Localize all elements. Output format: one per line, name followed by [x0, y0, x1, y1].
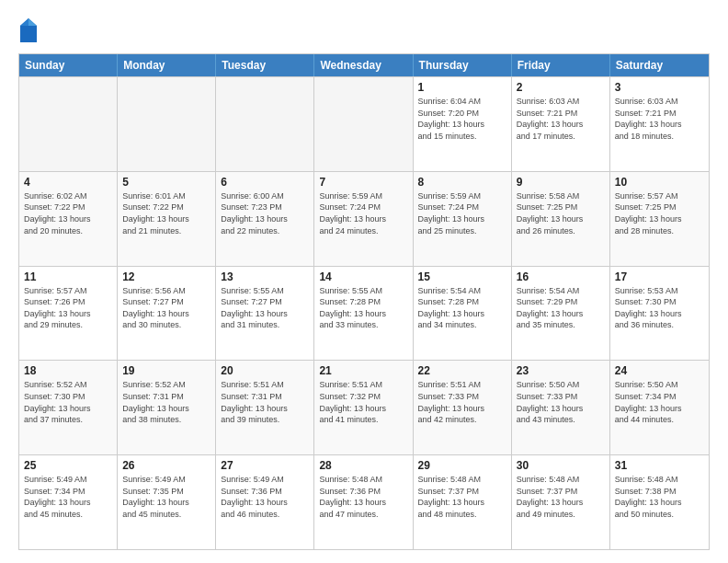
day-info: Sunrise: 5:54 AM Sunset: 7:29 PM Dayligh… — [517, 285, 605, 331]
day-cell-16: 16Sunrise: 5:54 AM Sunset: 7:29 PM Dayli… — [512, 267, 610, 361]
day-info: Sunrise: 5:58 AM Sunset: 7:25 PM Dayligh… — [517, 190, 605, 236]
svg-marker-1 — [28, 18, 37, 26]
day-cell-10: 10Sunrise: 5:57 AM Sunset: 7:25 PM Dayli… — [610, 172, 709, 266]
page: SundayMondayTuesdayWednesdayThursdayFrid… — [0, 0, 728, 563]
day-info: Sunrise: 5:52 AM Sunset: 7:30 PM Dayligh… — [24, 379, 112, 425]
day-cell-3: 3Sunrise: 6:03 AM Sunset: 7:21 PM Daylig… — [610, 77, 709, 171]
day-cell-23: 23Sunrise: 5:50 AM Sunset: 7:33 PM Dayli… — [512, 361, 610, 454]
day-cell-18: 18Sunrise: 5:52 AM Sunset: 7:30 PM Dayli… — [19, 361, 118, 454]
day-number: 14 — [319, 270, 407, 283]
day-cell-7: 7Sunrise: 5:59 AM Sunset: 7:24 PM Daylig… — [314, 172, 413, 266]
day-info: Sunrise: 6:03 AM Sunset: 7:21 PM Dayligh… — [615, 96, 704, 142]
day-cell-22: 22Sunrise: 5:51 AM Sunset: 7:33 PM Dayli… — [414, 361, 512, 454]
logo-icon — [18, 17, 39, 44]
day-info: Sunrise: 6:00 AM Sunset: 7:23 PM Dayligh… — [221, 190, 309, 236]
day-number: 15 — [418, 270, 506, 283]
day-number: 5 — [122, 176, 210, 189]
day-number: 16 — [517, 270, 605, 283]
day-cell-1: 1Sunrise: 6:04 AM Sunset: 7:20 PM Daylig… — [414, 77, 512, 171]
day-number: 8 — [418, 176, 506, 189]
day-info: Sunrise: 5:53 AM Sunset: 7:30 PM Dayligh… — [615, 285, 704, 331]
day-cell-12: 12Sunrise: 5:56 AM Sunset: 7:27 PM Dayli… — [118, 267, 216, 361]
day-cell-17: 17Sunrise: 5:53 AM Sunset: 7:30 PM Dayli… — [610, 267, 709, 361]
day-cell-4: 4Sunrise: 6:02 AM Sunset: 7:22 PM Daylig… — [19, 172, 118, 266]
calendar-header: SundayMondayTuesdayWednesdayThursdayFrid… — [19, 54, 709, 76]
day-number: 26 — [122, 459, 210, 472]
day-info: Sunrise: 5:49 AM Sunset: 7:35 PM Dayligh… — [122, 474, 210, 520]
header-day-tuesday: Tuesday — [216, 54, 314, 76]
day-cell-13: 13Sunrise: 5:55 AM Sunset: 7:27 PM Dayli… — [216, 267, 314, 361]
day-cell-5: 5Sunrise: 6:01 AM Sunset: 7:22 PM Daylig… — [118, 172, 216, 266]
day-number: 12 — [122, 270, 210, 283]
day-cell-9: 9Sunrise: 5:58 AM Sunset: 7:25 PM Daylig… — [512, 172, 610, 266]
day-info: Sunrise: 5:56 AM Sunset: 7:27 PM Dayligh… — [122, 285, 210, 331]
day-cell-11: 11Sunrise: 5:57 AM Sunset: 7:26 PM Dayli… — [19, 267, 118, 361]
calendar-row-3: 11Sunrise: 5:57 AM Sunset: 7:26 PM Dayli… — [19, 266, 709, 361]
day-info: Sunrise: 6:03 AM Sunset: 7:21 PM Dayligh… — [517, 96, 605, 142]
day-cell-28: 28Sunrise: 5:48 AM Sunset: 7:36 PM Dayli… — [314, 455, 413, 549]
empty-cell — [216, 77, 314, 171]
calendar-body: 1Sunrise: 6:04 AM Sunset: 7:20 PM Daylig… — [19, 76, 709, 549]
day-cell-21: 21Sunrise: 5:51 AM Sunset: 7:32 PM Dayli… — [314, 361, 413, 454]
day-cell-20: 20Sunrise: 5:51 AM Sunset: 7:31 PM Dayli… — [216, 361, 314, 454]
header-day-monday: Monday — [118, 54, 216, 76]
day-number: 3 — [615, 81, 704, 94]
day-info: Sunrise: 5:55 AM Sunset: 7:28 PM Dayligh… — [319, 285, 407, 331]
header-day-friday: Friday — [512, 54, 610, 76]
day-number: 27 — [221, 459, 309, 472]
day-number: 20 — [221, 364, 309, 377]
day-cell-2: 2Sunrise: 6:03 AM Sunset: 7:21 PM Daylig… — [512, 77, 610, 171]
empty-cell — [314, 77, 413, 171]
day-info: Sunrise: 5:51 AM Sunset: 7:33 PM Dayligh… — [418, 379, 506, 425]
day-number: 10 — [615, 176, 704, 189]
svg-marker-2 — [20, 18, 28, 26]
header-day-wednesday: Wednesday — [314, 54, 413, 76]
empty-cell — [19, 77, 118, 171]
day-number: 17 — [615, 270, 704, 283]
header — [18, 17, 710, 44]
day-number: 7 — [319, 176, 407, 189]
day-info: Sunrise: 5:48 AM Sunset: 7:37 PM Dayligh… — [517, 474, 605, 520]
day-number: 29 — [418, 459, 506, 472]
day-cell-14: 14Sunrise: 5:55 AM Sunset: 7:28 PM Dayli… — [314, 267, 413, 361]
day-number: 6 — [221, 176, 309, 189]
day-info: Sunrise: 6:01 AM Sunset: 7:22 PM Dayligh… — [122, 190, 210, 236]
day-info: Sunrise: 5:50 AM Sunset: 7:34 PM Dayligh… — [615, 379, 704, 425]
day-number: 19 — [122, 364, 210, 377]
empty-cell — [118, 77, 216, 171]
day-cell-19: 19Sunrise: 5:52 AM Sunset: 7:31 PM Dayli… — [118, 361, 216, 454]
day-cell-8: 8Sunrise: 5:59 AM Sunset: 7:24 PM Daylig… — [414, 172, 512, 266]
day-number: 4 — [24, 176, 112, 189]
day-cell-30: 30Sunrise: 5:48 AM Sunset: 7:37 PM Dayli… — [512, 455, 610, 549]
day-info: Sunrise: 5:55 AM Sunset: 7:27 PM Dayligh… — [221, 285, 309, 331]
day-info: Sunrise: 5:49 AM Sunset: 7:36 PM Dayligh… — [221, 474, 309, 520]
header-day-saturday: Saturday — [610, 54, 709, 76]
day-number: 11 — [24, 270, 112, 283]
calendar-row-5: 25Sunrise: 5:49 AM Sunset: 7:34 PM Dayli… — [19, 454, 709, 549]
day-info: Sunrise: 5:48 AM Sunset: 7:38 PM Dayligh… — [615, 474, 704, 520]
day-number: 18 — [24, 364, 112, 377]
day-number: 21 — [319, 364, 407, 377]
header-day-thursday: Thursday — [414, 54, 512, 76]
day-cell-15: 15Sunrise: 5:54 AM Sunset: 7:28 PM Dayli… — [414, 267, 512, 361]
day-info: Sunrise: 5:57 AM Sunset: 7:25 PM Dayligh… — [615, 190, 704, 236]
day-cell-27: 27Sunrise: 5:49 AM Sunset: 7:36 PM Dayli… — [216, 455, 314, 549]
day-info: Sunrise: 5:48 AM Sunset: 7:36 PM Dayligh… — [319, 474, 407, 520]
day-info: Sunrise: 5:52 AM Sunset: 7:31 PM Dayligh… — [122, 379, 210, 425]
day-cell-29: 29Sunrise: 5:48 AM Sunset: 7:37 PM Dayli… — [414, 455, 512, 549]
calendar: SundayMondayTuesdayWednesdayThursdayFrid… — [18, 53, 710, 550]
day-number: 9 — [517, 176, 605, 189]
day-number: 22 — [418, 364, 506, 377]
day-info: Sunrise: 5:59 AM Sunset: 7:24 PM Dayligh… — [418, 190, 506, 236]
day-info: Sunrise: 5:51 AM Sunset: 7:31 PM Dayligh… — [221, 379, 309, 425]
day-info: Sunrise: 5:57 AM Sunset: 7:26 PM Dayligh… — [24, 285, 112, 331]
day-cell-26: 26Sunrise: 5:49 AM Sunset: 7:35 PM Dayli… — [118, 455, 216, 549]
day-number: 31 — [615, 459, 704, 472]
day-cell-6: 6Sunrise: 6:00 AM Sunset: 7:23 PM Daylig… — [216, 172, 314, 266]
logo — [18, 17, 42, 44]
day-info: Sunrise: 6:02 AM Sunset: 7:22 PM Dayligh… — [24, 190, 112, 236]
day-cell-25: 25Sunrise: 5:49 AM Sunset: 7:34 PM Dayli… — [19, 455, 118, 549]
day-number: 30 — [517, 459, 605, 472]
day-number: 24 — [615, 364, 704, 377]
day-info: Sunrise: 5:51 AM Sunset: 7:32 PM Dayligh… — [319, 379, 407, 425]
